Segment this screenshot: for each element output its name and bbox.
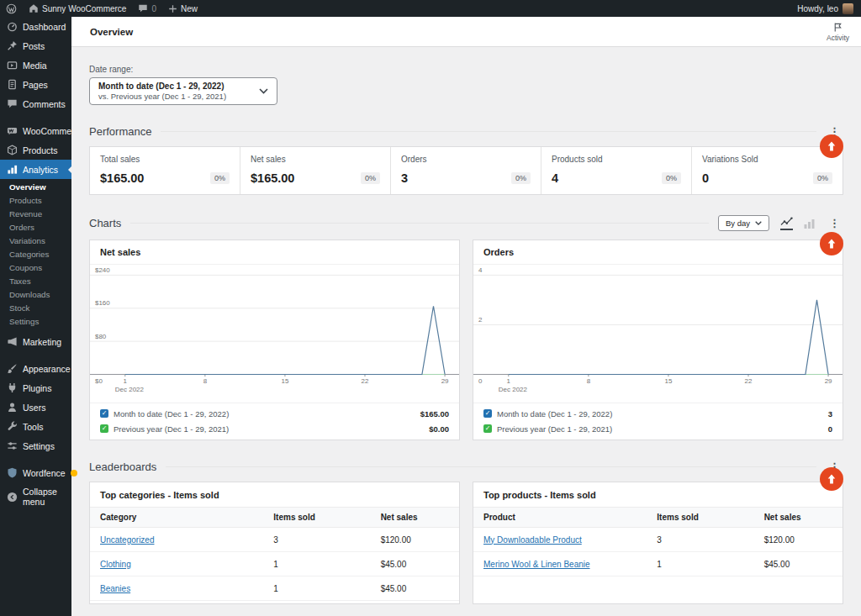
checkbox-checked-icon: ✓ [483,409,492,418]
sidebar-separator [0,113,71,121]
svg-text:1: 1 [124,378,127,385]
date-range-dropdown[interactable]: Month to date (Dec 1 - 29, 2022) vs. Pre… [89,77,277,105]
chart-legend: ✓ Month to date (Dec 1 - 29, 2022) $165.… [90,403,459,440]
my-account-menu[interactable]: Howdy, leo [797,3,861,14]
sidebar-item-label: Analytics [23,165,58,175]
home-icon [29,3,39,13]
sidebar-item-label: Wordfence [23,468,66,478]
scroll-top-badge[interactable] [820,134,843,158]
charts-kebab-menu-icon[interactable]: ⋮ [826,218,843,229]
sidebar-item-label: Tools [23,422,44,432]
svg-text:29: 29 [825,378,832,385]
sidebar-item-settings[interactable]: Settings [0,436,71,455]
sidebar-item-appearance[interactable]: Appearance [0,359,71,378]
submenu-item-downloads[interactable]: Downloads [0,287,71,301]
stat-delta-badge: 0% [210,172,230,184]
sidebar-item-label: Settings [23,441,55,451]
chart-title: Net sales [90,240,459,265]
legend-label: Previous year (Dec 1 - 29, 2021) [497,424,612,434]
legend-label: Month to date (Dec 1 - 29, 2022) [497,409,612,419]
submenu-item-orders[interactable]: Orders [0,220,71,234]
leaderboard-title: Top categories - Items sold [90,482,459,507]
sidebar-item-collapse-menu[interactable]: Collapse menu [0,482,71,511]
sidebar-item-users[interactable]: Users [0,398,71,417]
submenu-item-variations[interactable]: Variations [0,234,71,247]
new-content-menu[interactable]: New [162,0,203,17]
stat-delta-badge: 0% [662,172,681,184]
comments-icon [7,98,18,109]
sidebar-item-dashboard[interactable]: Dashboard [0,17,71,36]
sidebar-item-plugins[interactable]: Plugins [0,378,71,398]
analytics-submenu: Overview Products Revenue Orders Variati… [0,179,71,332]
submenu-item-revenue[interactable]: Revenue [0,207,71,220]
legend-previous-period[interactable]: ✓ Previous year (Dec 1 - 29, 2021) $0.00 [90,421,459,436]
line-chart-type-button[interactable] [780,217,793,230]
sidebar-item-label: Products [23,145,57,155]
svg-text:2: 2 [478,316,482,323]
sidebar-item-label: Marketing [23,337,61,347]
submenu-item-categories[interactable]: Categories [0,247,71,261]
submenu-item-products[interactable]: Products [0,193,71,207]
product-link[interactable]: Merino Wool & Linen Beanie [483,560,590,569]
table-row: Uncategorized 3 $120.00 [90,528,459,552]
legend-previous-period[interactable]: ✓ Previous year (Dec 1 - 29, 2021) 0 [473,421,843,436]
sidebar-item-media[interactable]: Media [0,55,71,75]
svg-text:$0: $0 [95,378,103,385]
table-header-row: Product Items sold Net sales [473,508,843,528]
sidebar-item-label: Pages [23,80,48,90]
column-header: Product [473,508,647,528]
sidebar-item-posts[interactable]: Posts [0,36,71,55]
stat-orders[interactable]: Orders 30% [391,147,541,194]
site-name-menu[interactable]: Sunny WooCommerce [23,0,132,17]
collapse-arrow-icon [7,492,18,503]
svg-text:Dec 2022: Dec 2022 [115,386,144,392]
line-chart-icon [780,217,793,226]
category-link[interactable]: Uncategorized [100,535,154,545]
activity-button[interactable]: Activity [823,21,853,43]
legend-current-period[interactable]: ✓ Month to date (Dec 1 - 29, 2022) $165.… [90,406,459,421]
submenu-item-overview[interactable]: Overview [0,180,71,193]
stat-variations-sold[interactable]: Variations Sold 00% [692,147,843,194]
submenu-item-taxes[interactable]: Taxes [0,274,71,287]
page-body: Date range: Month to date (Dec 1 - 29, 2… [71,48,861,616]
stat-delta-badge: 0% [361,172,380,184]
stat-products-sold[interactable]: Products sold 40% [541,147,692,194]
submenu-item-coupons[interactable]: Coupons [0,261,71,274]
sidebar-item-products[interactable]: Products [0,140,71,160]
performance-title: Performance [89,125,151,138]
sidebar-item-tools[interactable]: Tools [0,417,71,436]
sidebar-item-pages[interactable]: Pages [0,75,71,94]
date-range-label: Date range: [89,65,843,74]
pushpin-icon [7,40,18,51]
category-link[interactable]: Beanies [100,584,130,593]
net-sales-cell: $45.00 [754,552,843,577]
comments-menu[interactable]: 0 [132,0,162,17]
top-categories-table: Category Items sold Net sales Uncategori… [90,507,459,601]
scroll-top-badge[interactable] [820,467,843,491]
sidebar-item-label: Posts [23,41,45,51]
legend-current-period[interactable]: ✓ Month to date (Dec 1 - 29, 2022) 3 [473,406,843,421]
wp-logo-menu[interactable] [0,0,23,17]
sidebar-item-marketing[interactable]: Marketing [0,332,71,351]
sidebar-item-comments[interactable]: Comments [0,94,71,113]
svg-text:1: 1 [507,378,510,385]
submenu-item-stock[interactable]: Stock [0,301,71,314]
up-arrow-icon [825,140,838,153]
bar-chart-type-button[interactable] [804,218,815,229]
product-link[interactable]: My Downloadable Product [483,535,582,545]
bar-chart-icon [7,164,18,175]
interval-selected: By day [726,218,750,228]
sidebar-item-analytics[interactable]: Analytics [0,160,71,179]
svg-text:$160: $160 [95,300,110,307]
legend-value: $165.00 [420,409,449,419]
stat-total-sales[interactable]: Total sales $165.000% [90,147,240,194]
scroll-top-badge[interactable] [820,232,843,255]
svg-text:8: 8 [203,378,207,385]
stat-net-sales[interactable]: Net sales $165.000% [240,147,391,194]
sidebar-item-wordfence[interactable]: Wordfence [0,463,71,482]
category-link[interactable]: Clothing [100,560,131,569]
sidebar-item-woocommerce[interactable]: WooCommerce [0,121,71,140]
submenu-item-settings[interactable]: Settings [0,314,71,328]
interval-select[interactable]: By day [718,215,769,231]
legend-value: $0.00 [429,424,449,434]
